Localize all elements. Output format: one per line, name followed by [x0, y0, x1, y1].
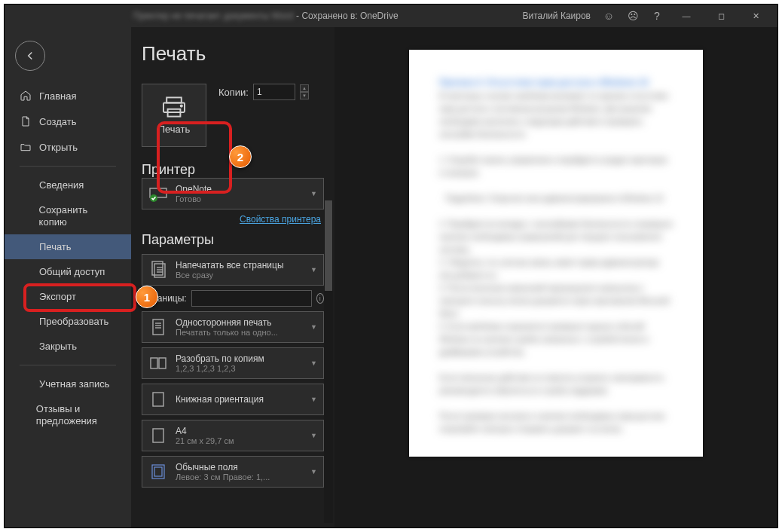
- opt-title: A4: [176, 426, 303, 436]
- portrait-icon: [148, 390, 168, 409]
- params-heading: Параметры: [142, 232, 324, 248]
- face-happy-icon[interactable]: ☺: [600, 7, 618, 25]
- nav-account-label: Учетная запись: [39, 378, 110, 390]
- doc-name-blurred: Принтер не печатает документы Word: [133, 11, 293, 21]
- maximize-button[interactable]: ◻: [704, 5, 738, 27]
- svg-point-3: [181, 105, 182, 106]
- opt-sub: 21 см x 29,7 см: [176, 436, 303, 445]
- opt-collate[interactable]: Разобрать по копиям1,2,3 1,2,3 1,2,3 ▼: [142, 347, 324, 379]
- papersize-icon: [148, 426, 168, 445]
- svg-rect-18: [153, 429, 163, 442]
- opt-sub: 1,2,3 1,2,3 1,2,3: [176, 364, 303, 373]
- opt-sides[interactable]: Односторонняя печатьПечатать только на о…: [142, 311, 324, 343]
- nav-account[interactable]: Учетная запись: [5, 371, 131, 396]
- printer-name: OneNote: [176, 184, 303, 194]
- opt-title: Односторонняя печать: [176, 317, 303, 328]
- opt-orientation[interactable]: Книжная ориентация ▼: [142, 384, 324, 415]
- saved-location: - Сохранено в: OneDrive: [296, 11, 399, 21]
- chevron-down-icon: ▼: [310, 190, 317, 197]
- opt-title: Напечатать все страницы: [176, 260, 303, 271]
- scroll-thumb[interactable]: [325, 200, 332, 291]
- help-icon[interactable]: ?: [648, 7, 666, 25]
- nav-info-label: Сведения: [39, 179, 84, 191]
- nav-feedback[interactable]: Отзывы и предложения: [5, 396, 131, 433]
- opt-title: Разобрать по копиям: [176, 353, 303, 364]
- nav-share[interactable]: Общий доступ: [5, 259, 131, 284]
- svg-rect-17: [153, 393, 163, 406]
- nav-transform[interactable]: Преобразовать: [5, 309, 131, 334]
- chevron-down-icon: ▼: [310, 323, 317, 331]
- svg-rect-0: [166, 97, 182, 102]
- chevron-down-icon: ▼: [310, 432, 317, 439]
- nav-close[interactable]: Закрыть: [5, 334, 131, 359]
- printer-select[interactable]: OneNoteГотово ▼: [142, 178, 324, 209]
- chevron-down-icon: ▼: [310, 468, 317, 475]
- nav-open-label: Открыть: [39, 142, 78, 153]
- scrollbar[interactable]: [324, 200, 333, 523]
- nav-print-label: Печать: [39, 241, 72, 252]
- opt-print-range[interactable]: Напечатать все страницыВсе сразу ▼: [142, 254, 324, 286]
- step-marker-1: 1: [136, 286, 158, 308]
- nav-home[interactable]: Главная: [5, 83, 131, 109]
- nav-feedback-label: Отзывы и предложения: [36, 403, 116, 427]
- nav-create-label: Создать: [39, 116, 76, 127]
- printer-status: Готово: [176, 194, 303, 203]
- nav-savecopy[interactable]: Сохранить копию: [5, 197, 131, 234]
- nav-share-label: Общий доступ: [39, 266, 105, 277]
- opt-title: Книжная ориентация: [176, 394, 303, 405]
- print-preview: Причина 4: Отсутствие прав доступа к Win…: [334, 27, 777, 527]
- nav-export[interactable]: Экспорт: [5, 284, 131, 309]
- svg-rect-15: [151, 358, 157, 368]
- copies-spinner[interactable]: ▲▼: [300, 84, 309, 99]
- nav-print[interactable]: Печать: [5, 234, 131, 259]
- chevron-down-icon: ▼: [310, 359, 317, 367]
- info-icon[interactable]: i: [316, 293, 324, 304]
- print-panel: Печать Печать Копии: ▲▼ Принтерi OneNote…: [131, 27, 334, 527]
- margins-icon: [148, 462, 168, 482]
- opt-sub: Печатать только на одно...: [176, 328, 303, 337]
- chevron-down-icon: ▼: [310, 396, 317, 403]
- chevron-down-icon: ▼: [310, 266, 317, 274]
- page-title: Печать: [142, 42, 324, 66]
- collate-icon: [148, 353, 168, 373]
- opt-sub: Все сразу: [176, 271, 303, 280]
- nav-create[interactable]: Создать: [5, 109, 131, 134]
- nav-info[interactable]: Сведения: [5, 173, 131, 197]
- opt-paper-size[interactable]: A421 см x 29,7 см ▼: [142, 420, 324, 451]
- print-button[interactable]: Печать: [142, 84, 206, 147]
- opt-margins[interactable]: Обычные поляЛевое: 3 см Правое: 1,... ▼: [142, 456, 324, 488]
- back-button[interactable]: [15, 41, 45, 71]
- print-button-label: Печать: [158, 124, 191, 135]
- nav-export-label: Экспорт: [39, 291, 76, 302]
- preview-content-blurred: Причина 4: Отсутствие прав доступа к Win…: [439, 75, 673, 436]
- backstage-sidebar: Главная Создать Открыть Сведения Сохрани…: [5, 27, 131, 527]
- svg-rect-11: [153, 320, 163, 335]
- nav-open[interactable]: Открыть: [5, 134, 131, 160]
- nav-home-label: Главная: [39, 90, 76, 102]
- onesided-icon: [148, 317, 168, 337]
- nav-transform-label: Преобразовать: [39, 316, 108, 327]
- step-marker-2: 2: [229, 145, 252, 168]
- close-button[interactable]: ✕: [738, 5, 773, 27]
- pages-input[interactable]: [191, 290, 312, 307]
- nav-close-label: Закрыть: [39, 341, 77, 352]
- minimize-button[interactable]: ―: [669, 5, 704, 27]
- preview-page: Причина 4: Отсутствие прав доступа к Win…: [409, 50, 703, 457]
- opt-title: Обычные поля: [176, 462, 303, 472]
- pages-icon: [148, 260, 168, 280]
- nav-savecopy-label: Сохранить копию: [39, 204, 116, 228]
- nav-separator: [20, 166, 116, 167]
- nav-separator: [20, 365, 116, 365]
- printer-properties-link[interactable]: Свойства принтера: [142, 214, 321, 225]
- printer-status-icon: [148, 184, 168, 203]
- copies-input[interactable]: [253, 84, 295, 100]
- svg-rect-20: [154, 467, 162, 476]
- printer-icon: [161, 96, 187, 118]
- svg-rect-16: [159, 358, 166, 368]
- user-name: Виталий Каиров: [522, 11, 591, 21]
- face-sad-icon[interactable]: ☹: [624, 7, 642, 25]
- printer-heading: Принтер: [142, 162, 195, 177]
- titlebar: Принтер не печатает документы Word - Сох…: [5, 5, 777, 27]
- opt-sub: Левое: 3 см Правое: 1,...: [176, 472, 303, 482]
- copies-label: Копии:: [218, 87, 249, 98]
